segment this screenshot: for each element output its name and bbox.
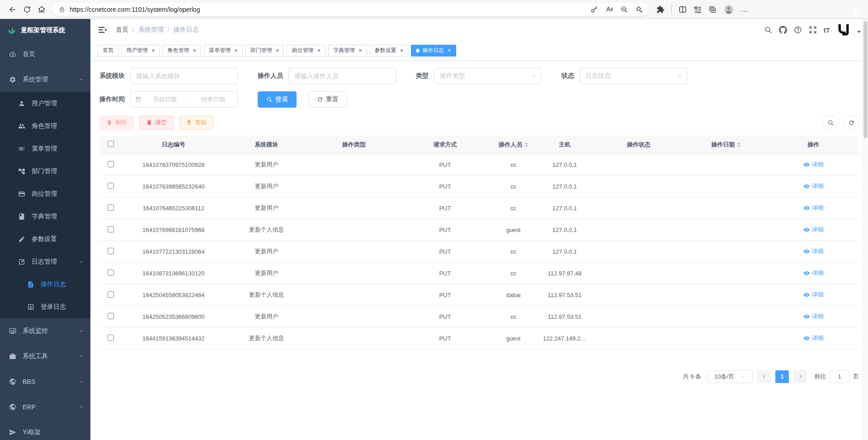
tab-close-icon[interactable]: ×	[193, 47, 197, 53]
sidebar-item-dictionary-management[interactable]: 字典管理	[0, 205, 90, 228]
detail-link[interactable]: 详细	[803, 204, 824, 212]
sidebar-item-login-log[interactable]: 登录日志	[0, 296, 90, 318]
page-number-button[interactable]: 1	[775, 370, 789, 383]
view-tab[interactable]: 角色管理 ×	[163, 45, 202, 57]
read-aloud-icon[interactable]	[605, 5, 613, 13]
sidebar-item-erp[interactable]: ERP	[0, 394, 90, 420]
refresh-table-button[interactable]	[844, 115, 859, 130]
detail-link[interactable]: 详细	[803, 226, 824, 234]
status-select[interactable]: 日志状态	[580, 68, 687, 84]
font-size-icon[interactable]: tT	[824, 26, 830, 34]
browser-home-button[interactable]	[34, 2, 49, 17]
page-scrollbar[interactable]	[862, 19, 868, 440]
collections-icon[interactable]	[693, 5, 702, 14]
avatar-caret-icon[interactable]	[857, 31, 861, 33]
zoom-out-icon[interactable]	[620, 5, 628, 13]
sidebar-item-home[interactable]: 首页	[0, 42, 90, 67]
url-text[interactable]: https://ccnetcore.com:1101/system/log/op…	[70, 6, 200, 13]
view-tab[interactable]: 参数设置 ×	[370, 45, 409, 57]
sidebar-item-operation-log[interactable]: 操作日志	[0, 273, 90, 296]
sidebar-item-yi-framework[interactable]: Yi框架	[0, 420, 90, 440]
more-menu-icon[interactable]: …	[741, 5, 749, 14]
detail-link[interactable]: 详细	[803, 312, 824, 321]
header-search-button[interactable]	[764, 26, 772, 34]
view-tab[interactable]: 部门管理 ×	[245, 45, 284, 57]
tab-close-icon[interactable]: ×	[276, 47, 279, 53]
next-page-button[interactable]	[793, 370, 807, 383]
scrollbar-thumb[interactable]	[863, 21, 868, 138]
app-logo[interactable]: 意框架管理系统	[0, 19, 90, 42]
row-checkbox[interactable]	[108, 161, 114, 167]
view-tab[interactable]: 用户管理 ×	[121, 45, 160, 57]
breadcrumb-home[interactable]: 首页	[116, 26, 128, 34]
sidebar-item-system-tools[interactable]: 系统工具	[0, 344, 90, 369]
detail-link[interactable]: 详细	[803, 291, 824, 299]
row-checkbox[interactable]	[108, 204, 114, 211]
address-bar[interactable]: https://ccnetcore.com:1101/system/log/op…	[52, 3, 649, 16]
view-tab[interactable]: 菜单管理 ×	[204, 45, 243, 57]
page-size-select[interactable]: 10条/页	[708, 370, 753, 383]
tab-close-icon[interactable]: ×	[359, 47, 362, 53]
github-link-button[interactable]	[779, 26, 787, 34]
view-tab[interactable]: 岗位管理 ×	[287, 45, 326, 57]
operator-input[interactable]	[288, 68, 396, 84]
tab-group-icon[interactable]	[708, 5, 717, 14]
sidebar-item-bbs[interactable]: BBS	[0, 369, 90, 394]
sidebar-item-user-management[interactable]: 用户管理	[0, 92, 90, 115]
module-input[interactable]	[130, 68, 238, 84]
tab-close-icon[interactable]: ×	[400, 47, 404, 53]
show-search-toggle-button[interactable]	[823, 115, 838, 130]
extensions-puzzle-icon[interactable]	[656, 5, 665, 14]
search-button[interactable]: 搜索	[258, 91, 297, 108]
detail-link[interactable]: 详细	[803, 269, 824, 277]
user-avatar[interactable]	[837, 23, 850, 37]
row-checkbox[interactable]	[108, 248, 114, 254]
sort-carets-icon[interactable]	[737, 142, 741, 147]
bing-chat-button[interactable]	[849, 3, 863, 16]
tab-close-icon[interactable]: ×	[317, 47, 321, 53]
export-button[interactable]: 导出	[179, 116, 213, 130]
sidebar-item-log-management[interactable]: 日志管理	[0, 251, 90, 273]
detail-link[interactable]: 详细	[803, 334, 824, 342]
row-checkbox[interactable]	[108, 226, 114, 232]
date-range-picker[interactable]: 开始日期 - 结束日期	[130, 91, 238, 108]
tab-close-icon[interactable]: ×	[448, 47, 451, 53]
start-date-placeholder[interactable]: 开始日期	[145, 95, 184, 104]
sidebar-item-menu-management[interactable]: 菜单管理	[0, 137, 90, 160]
sidebar-item-system-monitor[interactable]: 系统监控	[0, 318, 90, 344]
detail-link[interactable]: 详细	[803, 182, 824, 190]
sidebar-item-role-management[interactable]: 角色管理	[0, 115, 90, 137]
browser-back-button[interactable]	[5, 2, 20, 17]
select-all-checkbox[interactable]	[108, 141, 114, 147]
favorite-star-icon[interactable]	[635, 5, 643, 13]
tab-close-icon[interactable]: ×	[234, 47, 238, 53]
sidebar-item-parameter-settings[interactable]: 参数设置	[0, 228, 90, 251]
clear-button[interactable]: 清空	[139, 116, 174, 130]
fullscreen-button[interactable]	[809, 26, 817, 34]
goto-page-input[interactable]	[830, 370, 849, 383]
type-select[interactable]: 操作类型	[434, 68, 542, 84]
delete-button[interactable]: 删除	[99, 116, 134, 130]
reset-button[interactable]: 重置	[308, 91, 347, 108]
sidebar-item-post-management[interactable]: 岗位管理	[0, 183, 90, 205]
row-checkbox[interactable]	[108, 270, 114, 276]
row-checkbox[interactable]	[108, 335, 114, 341]
sort-carets-icon[interactable]	[524, 142, 528, 147]
row-checkbox[interactable]	[108, 183, 114, 189]
end-date-placeholder[interactable]: 结束日期	[193, 95, 233, 104]
row-checkbox[interactable]	[108, 313, 114, 319]
sidebar-item-department-management[interactable]: 部门管理	[0, 160, 90, 183]
view-tab[interactable]: 操作日志 ×	[411, 45, 456, 57]
prev-page-button[interactable]	[757, 370, 771, 383]
help-button[interactable]	[794, 26, 802, 34]
detail-link[interactable]: 详细	[803, 247, 824, 255]
browser-refresh-button[interactable]	[20, 2, 34, 17]
password-key-icon[interactable]	[590, 5, 598, 13]
view-tab[interactable]: 首页 ×	[98, 45, 118, 57]
view-tab[interactable]: 字典管理 ×	[328, 45, 367, 57]
tab-close-icon[interactable]: ×	[151, 47, 155, 53]
row-checkbox[interactable]	[108, 291, 114, 298]
split-screen-icon[interactable]	[679, 5, 687, 14]
detail-link[interactable]: 详细	[803, 161, 824, 169]
hamburger-collapse-icon[interactable]	[98, 25, 108, 35]
